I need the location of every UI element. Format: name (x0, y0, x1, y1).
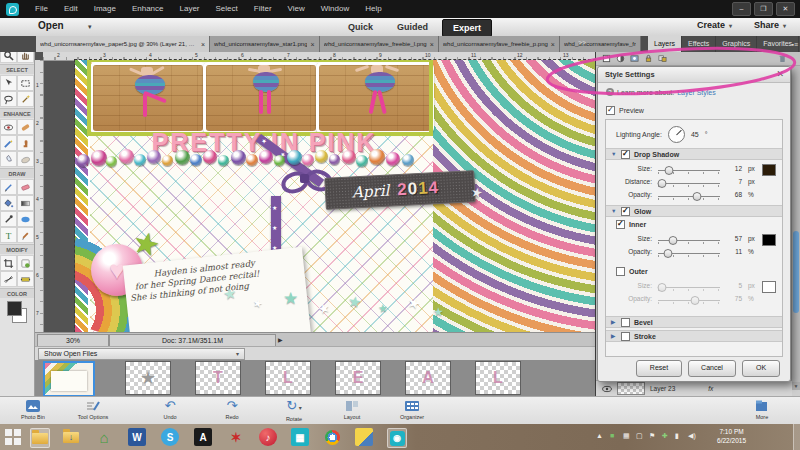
menu-select[interactable]: Select (208, 0, 246, 18)
restore-button[interactable]: ❐ (754, 2, 773, 16)
close-button[interactable]: ✕ (776, 2, 795, 16)
photo-bin-thumbnail[interactable]: L (475, 361, 521, 395)
crop-tool[interactable] (0, 255, 17, 271)
delete-layer-icon[interactable] (778, 54, 787, 63)
open-caret-icon[interactable]: ▾ (88, 23, 92, 31)
cancel-button[interactable]: Cancel (688, 360, 736, 377)
slider-value[interactable]: 5 (722, 282, 742, 289)
magic-wand-tool[interactable] (17, 91, 34, 107)
close-tab-icon[interactable]: × (201, 41, 205, 48)
share-button[interactable]: Share▾ (754, 20, 786, 30)
slider-value[interactable]: 75 (722, 295, 742, 302)
document-tab[interactable]: whd_unicornsaremyfave_freebie_l.png× (320, 36, 439, 52)
photo-bin-thumbnail[interactable]: ★ (125, 361, 171, 395)
taskbar-clock[interactable]: 7:10 PM 6/22/2015 (717, 427, 746, 445)
photo-bin-thumbnail[interactable]: A (405, 361, 451, 395)
preview-checkbox[interactable] (606, 106, 615, 115)
tab-expert[interactable]: Expert (442, 19, 492, 37)
layer-name[interactable]: Layer 23 (650, 385, 675, 392)
panel-tab-graphics[interactable]: Graphics (716, 36, 757, 52)
color-swatch[interactable] (762, 234, 776, 246)
menu-filter[interactable]: Filter (246, 0, 280, 18)
inner-glow-checkbox[interactable] (616, 220, 625, 229)
collapse-triangle-icon[interactable]: ▼ (611, 208, 617, 214)
visibility-eye-icon[interactable] (602, 385, 612, 393)
open-button[interactable]: Open (38, 20, 64, 31)
downloads-folder-icon[interactable]: ↓ (62, 428, 80, 446)
dialog-title-bar[interactable]: Style Settings ✕ (598, 67, 790, 83)
document-tab[interactable]: whd_unicornsaremyfave_fr (560, 36, 641, 52)
glow-header[interactable]: ▼ Glow (606, 205, 782, 217)
skype-icon[interactable]: S (161, 428, 179, 446)
eyedropper-tool[interactable] (0, 211, 17, 227)
panel-menu-icon[interactable]: ▪≡ (791, 41, 798, 48)
menu-layer[interactable]: Layer (172, 0, 208, 18)
create-button[interactable]: Create▾ (697, 20, 732, 30)
document-canvas[interactable]: PRETTY IN PINK ★ ★ ★★★ April 2014 ★ ♥ Ha… (75, 60, 595, 332)
tool-options-button[interactable]: Tool Options (64, 399, 122, 420)
more-button[interactable]: More (742, 399, 782, 420)
organizer-button[interactable]: Organizer (386, 399, 438, 420)
adjustment-layer-icon[interactable] (616, 54, 625, 63)
itunes-icon[interactable]: ♪ (259, 428, 277, 446)
lighting-angle-dial[interactable] (668, 126, 685, 143)
black-a-app-icon[interactable]: A (194, 428, 212, 446)
menu-view[interactable]: View (280, 0, 313, 18)
layer-styles-link[interactable]: Layer Styles (677, 89, 716, 96)
shape-tool[interactable] (17, 211, 34, 227)
slider-track[interactable] (658, 195, 720, 200)
layer-thumbnail[interactable] (617, 382, 645, 395)
show-desktop-button[interactable] (793, 424, 800, 450)
file-explorer-icon[interactable] (30, 428, 50, 448)
photo-bin-thumbnail[interactable] (43, 361, 95, 397)
rotate-button[interactable]: ↻ ▾ Rotate (272, 399, 316, 422)
show-open-files-dropdown[interactable]: Show Open Files ▾ (38, 348, 245, 360)
slider-thumb[interactable] (691, 296, 700, 305)
minimize-button[interactable]: – (732, 2, 751, 16)
lock-icon[interactable] (644, 54, 653, 63)
red-pinwheel-app-icon[interactable]: ✶ (227, 428, 245, 446)
expand-triangle-icon[interactable]: ▶ (611, 333, 617, 339)
close-tab-icon[interactable]: × (551, 41, 555, 48)
ok-button[interactable]: OK (742, 360, 780, 377)
slider-value[interactable]: 12 (722, 165, 742, 172)
close-tab-icon[interactable]: × (430, 41, 434, 48)
photo-bin-thumbnail[interactable]: L (265, 361, 311, 395)
home-app-icon[interactable]: ⌂ (95, 428, 113, 446)
collapse-triangle-icon[interactable]: ▼ (611, 151, 617, 157)
drop-shadow-header[interactable]: ▼ Drop Shadow (606, 148, 782, 160)
menu-edit[interactable]: Edit (56, 0, 86, 18)
layer-row[interactable]: Layer 23 fx (596, 380, 792, 396)
expand-triangle-icon[interactable]: ▶ (611, 319, 617, 325)
network-tray-icon[interactable]: ▮ (675, 432, 679, 440)
chrome-icon[interactable] (323, 428, 341, 446)
slider-thumb[interactable] (668, 236, 677, 245)
stroke-header[interactable]: ▶ Stroke (606, 330, 782, 342)
dialog-close-icon[interactable]: ✕ (776, 69, 784, 79)
lasso-tool[interactable] (0, 91, 17, 107)
slider-track[interactable] (658, 299, 720, 304)
word-icon[interactable]: W (128, 428, 146, 446)
document-tab[interactable]: whd_unicornsaremyfave_star1.png× (210, 36, 319, 52)
tray-grid-icon[interactable]: ▦ (623, 432, 630, 440)
slider-thumb[interactable] (658, 179, 667, 188)
elements-organizer-icon[interactable]: ▦ (291, 428, 309, 446)
outer-glow-checkbox[interactable] (616, 267, 625, 276)
foreground-color-swatch[interactable] (7, 301, 22, 316)
glow-checkbox[interactable] (621, 207, 630, 216)
slider-thumb[interactable] (693, 192, 702, 201)
move-tool[interactable] (0, 75, 17, 91)
blur-tool[interactable] (0, 151, 17, 167)
display-tray-icon[interactable]: ▢ (636, 432, 643, 440)
slider-track[interactable] (658, 239, 720, 244)
slider-thumb[interactable] (658, 283, 667, 292)
color-swatches[interactable] (7, 301, 27, 323)
color-swatch[interactable] (762, 281, 776, 293)
color-swatch[interactable] (762, 164, 776, 176)
clone-stamp-tool[interactable] (17, 135, 34, 151)
slider-thumb[interactable] (663, 249, 672, 258)
slider-value[interactable]: 7 (722, 178, 742, 185)
action-center-icon[interactable]: ✚ (662, 432, 668, 440)
recompose-tool[interactable] (17, 271, 34, 287)
tab-overflow-button[interactable]: >> (578, 39, 586, 46)
